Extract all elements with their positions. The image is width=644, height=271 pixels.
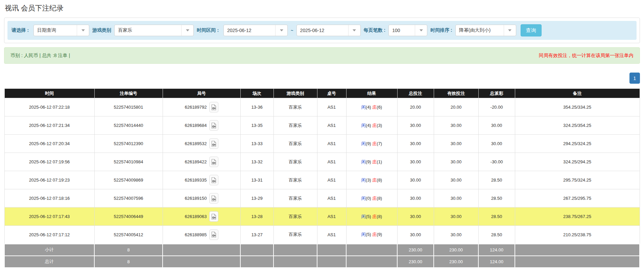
cell-session: 13-33 xyxy=(240,135,273,153)
search-button[interactable]: 查询 xyxy=(521,24,542,36)
game-type-select[interactable]: 百家乐 xyxy=(114,25,194,36)
summary-alert: 币别 : 人民币 | 总共 :8 注单 | 同局有效投注，统一计算在该局第一张注… xyxy=(4,47,640,64)
cell-bet-no: 522574009869 xyxy=(94,171,163,189)
cell-valid-bet: 20.00 xyxy=(434,98,478,116)
cell-result: 闲(9) 庄(7) xyxy=(346,135,397,153)
cell-result: 闲(4) 庄(6) xyxy=(346,98,397,116)
cell-total-bet: 20.00 xyxy=(397,98,434,116)
round-number: 626189063 xyxy=(185,214,207,219)
page-button-1[interactable]: 1 xyxy=(629,73,640,84)
date-to-value: 2025-06-12 xyxy=(297,28,328,33)
cell-total-bet: 30.00 xyxy=(397,171,434,189)
video-replay-icon[interactable] xyxy=(209,229,218,240)
date-from-select[interactable]: 2025-06-12 xyxy=(223,25,288,36)
sum-label: 总计 xyxy=(4,256,94,268)
video-replay-icon[interactable] xyxy=(209,193,218,204)
cell-session: 13-35 xyxy=(240,116,273,135)
sum-payout: 124.00 xyxy=(478,256,515,268)
cell-total-bet: 30.00 xyxy=(397,226,434,244)
cell-result: 闲(5) 庄(8) xyxy=(346,208,397,226)
cell-result: 闲(4) 庄(3) xyxy=(346,116,397,135)
result-banker-label: 庄 xyxy=(372,123,377,128)
cell-table-no: AS1 xyxy=(317,116,346,135)
cell-result: 闲(3) 庄(8) xyxy=(346,171,397,189)
result-banker-label: 庄 xyxy=(372,214,377,219)
cell-valid-bet: 30.00 xyxy=(434,189,478,208)
sum-payout: 124.00 xyxy=(478,244,515,256)
time-range-label: 时间区间： xyxy=(197,27,220,33)
video-replay-icon[interactable] xyxy=(209,102,218,112)
per-page-value: 100 xyxy=(389,28,403,33)
cell-total-bet: 30.00 xyxy=(397,208,434,226)
cell-game-type: 百家乐 xyxy=(273,153,317,171)
result-banker-score: (8) xyxy=(377,214,382,219)
cell-round-no: 626189792 xyxy=(163,98,240,116)
result-player-score: (9) xyxy=(366,141,371,146)
result-player-label: 闲 xyxy=(361,141,366,146)
cell-remark: 354.25/334.25 xyxy=(515,98,640,116)
column-header: 时间 xyxy=(4,89,94,98)
cell-time: 2025-06-12 07:18:16 xyxy=(4,189,94,208)
cell-game-type: 百家乐 xyxy=(273,226,317,244)
video-replay-icon[interactable] xyxy=(209,175,218,185)
cell-time: 2025-06-12 07:19:56 xyxy=(4,153,94,171)
currency-total-text: 币别 : 人民币 | 总共 :8 注单 | xyxy=(10,53,70,59)
cell-round-no: 626189532 xyxy=(163,135,240,153)
cell-payout: 28.50 xyxy=(478,208,515,226)
cell-bet-no: 522574005412 xyxy=(94,226,163,244)
cell-round-no: 626189422 xyxy=(163,153,240,171)
cell-time: 2025-06-12 07:17:12 xyxy=(4,226,94,244)
cell-bet-no: 522574015801 xyxy=(94,98,163,116)
cell-round-no: 626189335 xyxy=(163,171,240,189)
round-number: 626189335 xyxy=(185,178,207,183)
chevron-down-icon xyxy=(181,25,193,36)
cell-valid-bet: 30.00 xyxy=(434,208,478,226)
video-replay-icon[interactable] xyxy=(209,138,218,149)
cell-game-type: 百家乐 xyxy=(273,116,317,135)
cell-remark: 324.25/354.25 xyxy=(515,116,640,135)
cell-table-no: AS1 xyxy=(317,98,346,116)
table-row: 2025-06-12 07:17:12 522574005412 6261889… xyxy=(4,226,640,244)
query-type-value: 日期查询 xyxy=(34,27,59,33)
cell-game-type: 百家乐 xyxy=(273,98,317,116)
column-header: 桌号 xyxy=(317,89,346,98)
per-page-select[interactable]: 100 xyxy=(388,25,427,36)
cell-total-bet: 30.00 xyxy=(397,135,434,153)
cell-session: 13-36 xyxy=(240,98,273,116)
cell-valid-bet: 30.00 xyxy=(434,135,478,153)
page-title: 视讯 会员下注纪录 xyxy=(5,3,640,13)
result-player-label: 闲 xyxy=(361,159,366,164)
result-player-score: (5) xyxy=(366,214,371,219)
cell-bet-no: 522574012390 xyxy=(94,135,163,153)
column-header: 游戏类别 xyxy=(273,89,317,98)
summary-row: 小计 8 230.00 230.00 124.00 xyxy=(4,244,640,256)
query-type-select[interactable]: 日期查询 xyxy=(33,25,89,36)
cell-time: 2025-06-12 07:19:23 xyxy=(4,171,94,189)
chevron-down-icon xyxy=(415,25,427,36)
cell-table-no: AS1 xyxy=(317,208,346,226)
cell-bet-no: 522574010984 xyxy=(94,153,163,171)
cell-payout: 28.50 xyxy=(478,171,515,189)
video-replay-icon[interactable] xyxy=(209,120,218,131)
cell-time: 2025-06-12 07:20:34 xyxy=(4,135,94,153)
column-header: 局号 xyxy=(163,89,240,98)
sum-total-bet: 230.00 xyxy=(397,256,434,268)
video-replay-icon[interactable] xyxy=(209,157,218,167)
date-to-select[interactable]: 2025-06-12 xyxy=(296,25,361,36)
result-player-score: (4) xyxy=(366,123,371,128)
cell-session: 13-32 xyxy=(240,153,273,171)
cell-table-no: AS1 xyxy=(317,171,346,189)
result-player-score: (3) xyxy=(366,178,371,183)
video-replay-icon[interactable] xyxy=(209,211,218,222)
column-header: 总派彩 xyxy=(478,89,515,98)
table-header-row: 时间注单编号局号场次游戏类别桌号结果总投注有效投注总派彩备注 xyxy=(4,89,640,98)
sum-count: 8 xyxy=(94,256,163,268)
sort-order-select[interactable]: 降幂(由大到小) xyxy=(455,25,516,36)
result-player-label: 闲 xyxy=(361,123,366,128)
round-number: 626189422 xyxy=(185,159,207,164)
cell-remark: 210.25/238.75 xyxy=(515,226,640,244)
cell-session: 13-29 xyxy=(240,189,273,208)
game-type-label: 游戏类别 xyxy=(92,27,111,33)
cell-remark: 294.25/324.25 xyxy=(515,135,640,153)
sum-count: 8 xyxy=(94,244,163,256)
